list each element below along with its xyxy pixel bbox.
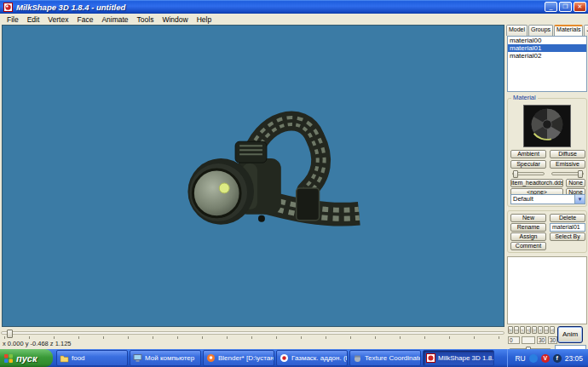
taskbar: пуск food Мой компьютер Blender* [D:\уст…	[0, 349, 588, 367]
menu-window[interactable]: Window	[158, 14, 192, 25]
play-reverse-button[interactable]: <|	[526, 326, 531, 334]
rename-button[interactable]: Rename	[510, 223, 546, 232]
keyframer-area	[507, 256, 587, 324]
fast-forward-button[interactable]: >>	[544, 326, 549, 334]
coordinates-readout: x 0.000 y -0.468 z 1.125	[3, 340, 71, 347]
list-item-selected[interactable]: material01	[508, 44, 586, 52]
material-groupbox: Material Ambient Diffuse Specular Emissi…	[507, 98, 587, 207]
ambient-button[interactable]: Ambient	[510, 150, 546, 158]
windows-flag-icon	[3, 353, 14, 364]
restore-button[interactable]: ❐	[559, 2, 572, 12]
start-button-label: пуск	[16, 353, 37, 364]
task-label: Texture Coordinate E...	[365, 354, 421, 362]
transparency-slider-thumb[interactable]	[578, 170, 583, 178]
list-item[interactable]: material00	[508, 37, 586, 44]
task-label: MilkShape 3D 1.8.4 - ...	[438, 354, 494, 362]
window-title: MilkShape 3D 1.8.4 - untitled	[16, 3, 543, 12]
chevron-down-icon[interactable]: ▼	[574, 195, 585, 204]
status-bar: x 0.000 y -0.468 z 1.125	[3, 340, 343, 348]
fps-field[interactable]: 30	[548, 336, 557, 344]
milkshape-logo-icon	[3, 3, 13, 12]
start-button[interactable]: пуск	[0, 349, 53, 367]
blender-icon	[206, 353, 216, 363]
menu-bar: File Edit Vertex Face Animate Tools Wind…	[0, 14, 588, 25]
material-name-field[interactable]: material01	[550, 223, 585, 232]
shader-dropdown-value: Default	[513, 195, 533, 203]
task-texture-coordinate-editor[interactable]: Texture Coordinate E...	[349, 350, 421, 366]
select-by-button[interactable]: Select By	[550, 232, 585, 241]
menu-edit[interactable]: Edit	[23, 14, 44, 25]
total-frames-field[interactable]: 30	[537, 336, 546, 344]
tab-groups[interactable]: Groups	[528, 25, 553, 36]
material-group-label: Material	[511, 95, 538, 101]
texture-file-button[interactable]: item_headtorch.dds	[510, 179, 563, 187]
play-forward-button[interactable]: |>	[532, 326, 537, 334]
menu-file[interactable]: File	[3, 14, 23, 25]
side-panel: Model Groups Materials Joints material00…	[506, 25, 588, 349]
menu-tools[interactable]: Tools	[133, 14, 159, 25]
list-item[interactable]: material02	[508, 52, 586, 60]
frame-timeline[interactable]	[1, 330, 504, 339]
computer-icon	[133, 353, 142, 363]
task-label: Газмаск. аддон. (Ещ...	[291, 354, 348, 362]
texture-none-button[interactable]: None	[566, 179, 585, 187]
folder-icon	[60, 353, 69, 363]
emissive-button[interactable]: Emissive	[550, 160, 585, 169]
system-tray: RU V f 23:05	[507, 349, 588, 367]
taskbar-tasks: food Мой компьютер Blender* [D:\устано..…	[56, 350, 494, 366]
diffuse-button[interactable]: Diffuse	[550, 150, 585, 158]
menu-help[interactable]: Help	[193, 14, 216, 25]
shininess-slider[interactable]	[512, 172, 545, 175]
milkshape-icon	[426, 353, 435, 363]
browser-icon	[280, 353, 289, 363]
title-bar: MilkShape 3D 1.8.4 - untitled _ ❐ ✕	[0, 0, 588, 14]
shader-dropdown[interactable]: Default ▼	[510, 194, 585, 204]
prev-frame-button[interactable]: <	[520, 326, 525, 334]
tab-joints[interactable]: Joints	[584, 25, 588, 36]
tab-materials[interactable]: Materials	[554, 25, 583, 36]
materials-list[interactable]: material00 material01 material02	[507, 36, 587, 92]
task-label: Blender* [D:\устано...	[218, 354, 274, 362]
last-frame-button[interactable]: >|	[550, 326, 555, 334]
timeline-ticks	[4, 336, 501, 339]
delete-button[interactable]: Delete	[550, 214, 585, 222]
minimize-button[interactable]: _	[545, 2, 557, 12]
timeline-track[interactable]	[1, 331, 504, 335]
assign-button[interactable]: Assign	[510, 232, 546, 241]
texture-preview	[523, 105, 571, 147]
texture-editor-icon	[353, 353, 362, 363]
globe-icon[interactable]	[529, 354, 538, 363]
shininess-slider-thumb[interactable]	[513, 170, 518, 178]
language-indicator[interactable]: RU	[515, 354, 525, 363]
task-label: Мой компьютер	[145, 354, 194, 362]
texture-preview-image	[524, 106, 570, 146]
task-gazmask-addon[interactable]: Газмаск. аддон. (Ещ...	[276, 350, 348, 366]
headlamp-model[interactable]	[3, 26, 504, 326]
close-button[interactable]: ✕	[574, 2, 586, 12]
first-frame-button[interactable]: |<	[508, 326, 513, 334]
comment-button[interactable]: Comment	[510, 242, 546, 250]
transparency-slider[interactable]	[551, 172, 584, 175]
task-my-computer[interactable]: Мой компьютер	[130, 350, 201, 366]
current-frame-field[interactable]: 0	[508, 336, 520, 344]
frame-field-2[interactable]	[522, 336, 535, 344]
menu-face[interactable]: Face	[72, 14, 97, 25]
clock[interactable]: 23:05	[565, 354, 583, 363]
letter-f-icon[interactable]: f	[553, 354, 562, 363]
specular-button[interactable]: Specular	[510, 160, 546, 169]
menu-animate[interactable]: Animate	[97, 14, 132, 25]
shield-icon[interactable]: V	[541, 354, 550, 363]
task-food[interactable]: food	[56, 350, 128, 366]
task-label: food	[72, 354, 85, 362]
anim-toggle-button[interactable]: Anim	[557, 326, 583, 343]
rewind-button[interactable]: <<	[514, 326, 519, 334]
tab-model[interactable]: Model	[506, 25, 527, 36]
viewport-3d[interactable]	[2, 25, 504, 327]
new-button[interactable]: New	[510, 214, 546, 222]
menu-vertex[interactable]: Vertex	[43, 14, 72, 25]
panel-tabs: Model Groups Materials Joints	[506, 25, 588, 36]
task-milkshape-active[interactable]: MilkShape 3D 1.8.4 - ...	[423, 350, 494, 366]
material-actions-groupbox: New Delete Rename material01 Assign Sele…	[507, 210, 587, 253]
task-blender[interactable]: Blender* [D:\устано...	[203, 350, 274, 366]
next-frame-button[interactable]: >	[538, 326, 543, 334]
